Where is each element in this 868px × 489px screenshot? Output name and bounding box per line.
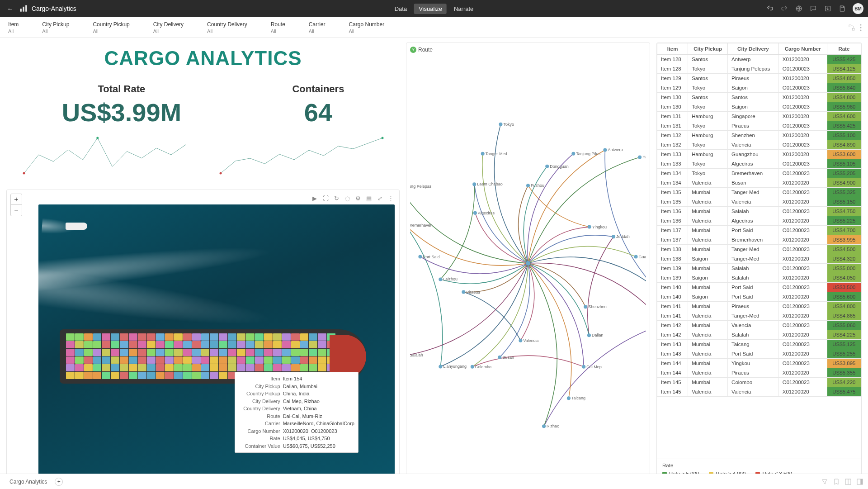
layout-right-icon[interactable]	[856, 478, 863, 485]
nav-visualize[interactable]: Visualize	[414, 4, 447, 14]
svg-point-70	[499, 123, 502, 126]
map-fullscreen-icon[interactable]: ⤢	[376, 194, 384, 202]
svg-text:Tanjung Pelepas: Tanjung Pelepas	[410, 184, 432, 189]
save-icon[interactable]	[838, 5, 846, 13]
map-play-icon[interactable]: ▶	[311, 194, 319, 202]
back-button[interactable]: ←	[5, 5, 15, 12]
svg-rect-76	[860, 479, 863, 484]
svg-point-24	[588, 225, 591, 229]
svg-point-44	[519, 339, 522, 342]
table-row[interactable]: Item 142MumbaiValenciaO01200023US$5,060	[657, 321, 861, 330]
table-row[interactable]: Item 129SantosPiraeusX01200020US$4,850	[657, 74, 861, 83]
table-row[interactable]: Item 136ValenciaAlgecirasX01200020US$5,2…	[657, 216, 861, 226]
table-row[interactable]: Item 129TokyoSaigonO01200023US$5,840	[657, 83, 861, 93]
table-row[interactable]: Item 130TokyoSaigonO01200023US$5,960	[657, 102, 861, 112]
comment-icon[interactable]	[809, 5, 817, 13]
svg-text:Cai Mep: Cai Mep	[586, 365, 602, 369]
table-row[interactable]: Item 131HamburgSingaporeX01200020US$4,60…	[657, 112, 861, 121]
col-city-pickup[interactable]: City Pickup	[688, 43, 728, 55]
map-layers-icon[interactable]: ▤	[365, 194, 373, 202]
kpi-containers-label: Containers	[292, 83, 344, 95]
filter-footer-icon[interactable]	[821, 478, 828, 485]
table-row[interactable]: Item 141MumbaiPiraeusO01200023US$4,800	[657, 302, 861, 311]
svg-text:Algeciras: Algeciras	[478, 211, 495, 215]
table-row[interactable]: Item 134ValenciaBusanX01200020US$4,900	[657, 178, 861, 188]
svg-point-13	[381, 137, 383, 139]
table-row[interactable]: Item 141ValenciaTanger-MedX01200020US$4,…	[657, 311, 861, 321]
bookmark-footer-icon[interactable]	[833, 478, 840, 485]
svg-text:Piraeus: Piraeus	[466, 290, 480, 294]
table-row[interactable]: Item 138SaigonTanger-MedX01200020US$4,32…	[657, 254, 861, 264]
table-row[interactable]: Item 144MumbaiYingkouO01200023US$3,895	[657, 359, 861, 368]
table-row[interactable]: Item 133TokyoAlgecirasO01200023US$5,105	[657, 159, 861, 169]
filter-badge-icon: Y	[410, 47, 416, 53]
more-icon[interactable]	[860, 24, 862, 31]
nav-data[interactable]: Data	[390, 4, 411, 14]
svg-text:Laizhou: Laizhou	[443, 277, 458, 281]
network-panel[interactable]: Y Route FuzhouDongguanTanjung PilosAntwe…	[406, 43, 650, 480]
filter-country-pickup[interactable]: Country PickupAll	[93, 21, 129, 34]
table-row[interactable]: Item 138MumbaiTanger-MedO01200023US$4,50…	[657, 245, 861, 254]
zoom-out-button[interactable]: −	[11, 205, 22, 216]
map-more-icon[interactable]: ⋮	[387, 194, 395, 202]
table-row[interactable]: Item 133HamburgGuangzhouX01200020US$3,60…	[657, 150, 861, 159]
app-title: Cargo-Analytics	[32, 5, 76, 12]
filter-carrier[interactable]: CarrierAll	[309, 21, 326, 34]
col-cargo-number[interactable]: Cargo Number	[778, 43, 827, 55]
network-graph[interactable]: FuzhouDongguanTanjung PilosAntwerpHambur…	[410, 53, 646, 474]
data-table[interactable]: ItemCity PickupCity DeliveryCargo Number…	[657, 43, 861, 459]
map-gear-icon[interactable]: ⚙	[354, 194, 362, 202]
table-row[interactable]: Item 134TokyoBremerhavenO01200023US$5,20…	[657, 169, 861, 178]
table-row[interactable]: Item 137ValenciaBremerhavenX01200020US$3…	[657, 235, 861, 245]
table-row[interactable]: Item 136MumbaiSalalahO01200023US$4,750	[657, 207, 861, 216]
svg-rect-6	[852, 28, 854, 30]
col-city-delivery[interactable]: City Delivery	[728, 43, 779, 55]
table-row[interactable]: Item 135MumbaiTanger-MedO01200023US$5,32…	[657, 188, 861, 197]
layout-split-icon[interactable]	[844, 478, 852, 485]
map-extent-icon[interactable]: ⛶	[321, 194, 330, 202]
filter-city-delivery[interactable]: City DeliveryAll	[153, 21, 184, 34]
map-refresh-icon[interactable]: ↻	[332, 194, 340, 202]
filter-route[interactable]: RouteAll	[271, 21, 285, 34]
filter-city-pickup[interactable]: City PickupAll	[42, 21, 69, 34]
svg-point-72	[526, 261, 530, 266]
filter-cargo-number[interactable]: Cargo NumberAll	[349, 21, 385, 34]
table-row[interactable]: Item 144ValenciaPiraeusX01200020US$5,355	[657, 368, 861, 378]
globe-icon[interactable]	[795, 5, 803, 13]
export-icon[interactable]	[824, 5, 832, 13]
table-row[interactable]: Item 143ValenciaPort SaidX01200020US$5,2…	[657, 349, 861, 359]
nav-narrate[interactable]: Narrate	[449, 4, 478, 14]
map-lasso-icon[interactable]: ◌	[343, 194, 351, 202]
table-row[interactable]: Item 132TokyoValenciaO01200023US$4,890	[657, 140, 861, 150]
svg-point-40	[567, 396, 571, 400]
table-row[interactable]: Item 140SaigonPort SaidX01200020US$5,600	[657, 292, 861, 302]
link-icon[interactable]	[848, 24, 855, 31]
table-row[interactable]: Item 131TokyoPiraeusO01200023US$5,425	[657, 121, 861, 131]
sheet-tab[interactable]: Cargo Analytics	[5, 476, 52, 487]
table-row[interactable]: Item 128TokyoTanjung PelepasO01200023US$…	[657, 64, 861, 74]
table-row[interactable]: Item 135ValenciaValenciaX01200020US$5,15…	[657, 197, 861, 207]
filter-country-delivery[interactable]: Country DeliveryAll	[207, 21, 247, 34]
table-row[interactable]: Item 145MumbaiColomboO01200023US$4,220	[657, 378, 861, 387]
table-row[interactable]: Item 128SantosAntwerpX01200020US$5,425	[657, 55, 861, 64]
table-row[interactable]: Item 140MumbaiPort SaidO01200023US$3,500	[657, 283, 861, 292]
table-row[interactable]: Item 130SantosSantosX01200020US$4,800	[657, 93, 861, 102]
svg-point-34	[584, 305, 587, 309]
add-sheet-button[interactable]: +	[55, 478, 63, 486]
table-row[interactable]: Item 137MumbaiPort SaidO01200023US$4,700	[657, 226, 861, 235]
table-row[interactable]: Item 139MumbaiSalalahO01200023US$5,000	[657, 264, 861, 273]
col-item[interactable]: Item	[657, 43, 688, 55]
table-row[interactable]: Item 142ValenciaSalalahX01200020US$4,225	[657, 330, 861, 340]
undo-icon[interactable]	[766, 5, 774, 13]
filter-item[interactable]: ItemAll	[8, 21, 19, 34]
redo-icon[interactable]	[780, 5, 788, 13]
map-card[interactable]: + − ▶ ⛶ ↻ ◌ ⚙ ▤ ⤢ ⋮	[6, 190, 400, 480]
zoom-in-button[interactable]: +	[11, 194, 22, 205]
table-row[interactable]: Item 143MumbaiTaicangO01200023US$5,125	[657, 340, 861, 349]
table-row[interactable]: Item 145ValenciaValenciaX01200020US$5,47…	[657, 387, 861, 397]
table-row[interactable]: Item 132HamburgShenzhenX01200020US$5,100	[657, 131, 861, 140]
svg-text:Valencia: Valencia	[523, 338, 539, 343]
avatar[interactable]: BM	[853, 3, 863, 14]
table-row[interactable]: Item 139SaigonSalalahX01200020US$4,050	[657, 273, 861, 283]
col-rate[interactable]: Rate	[827, 43, 861, 55]
